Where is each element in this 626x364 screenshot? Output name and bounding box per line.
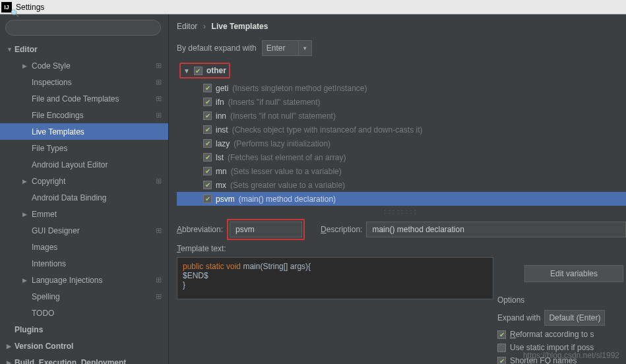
project-scope-icon: ⊞ (156, 226, 162, 235)
tree-root-version-control[interactable]: ▶Version Control (0, 338, 168, 354)
tree-header-editor[interactable]: ▼ Editor (0, 41, 168, 57)
template-abbr: ifn (216, 98, 224, 107)
project-scope-icon: ⊞ (156, 61, 162, 70)
expand-with-dropdown-button[interactable]: ▼ (299, 40, 312, 56)
sidebar-item-file-types[interactable]: File Types (0, 140, 168, 156)
breadcrumb-sep-icon: › (203, 22, 206, 31)
sidebar-item-intentions[interactable]: Intentions (0, 255, 168, 272)
template-abbr: lazy (216, 139, 230, 148)
reformat-label: Reformat according to s (510, 330, 594, 339)
template-item-lst[interactable]: ✔lst(Fetches last element of an array) (177, 150, 626, 164)
template-checkbox[interactable]: ✔ (203, 111, 212, 120)
sidebar-item-android-layout-editor[interactable]: Android Layout Editor (0, 156, 168, 173)
template-text-editor[interactable]: public static void main(String[] args){ … (177, 257, 493, 299)
template-item-geti[interactable]: ✔geti(Inserts singleton method getInstan… (177, 81, 626, 95)
project-scope-icon: ⊞ (156, 276, 162, 284)
template-abbr: psvm (216, 195, 235, 204)
expand-with-select[interactable]: Enter (262, 40, 299, 56)
sidebar-item-todo[interactable]: TODO (0, 305, 168, 321)
description-input[interactable] (366, 222, 626, 237)
chevron-right-icon: ▶ (22, 211, 27, 218)
static-import-checkbox[interactable]: ✔ (497, 344, 506, 352)
sidebar-item-android-data-binding[interactable]: Android Data Binding (0, 189, 168, 206)
template-abbr: geti (216, 84, 228, 93)
settings-content: Editor › Live Templates By default expan… (169, 15, 626, 364)
template-abbr: mn (216, 167, 227, 176)
template-checkbox[interactable]: ✔ (203, 195, 212, 203)
watermark: https://blog.csdn.net/sl1992 (523, 351, 619, 360)
sidebar-item-file-encodings[interactable]: File Encodings⊞ (0, 107, 168, 123)
template-desc: (Sets greater value to a variable) (230, 181, 345, 190)
sidebar-item-code-style[interactable]: ▶Code Style⊞ (0, 57, 168, 74)
template-abbr: mx (216, 181, 226, 190)
template-checkbox[interactable]: ✔ (203, 125, 212, 134)
project-scope-icon: ⊞ (156, 111, 162, 119)
sidebar-item-images[interactable]: Images (0, 239, 168, 255)
template-abbr: inn (216, 111, 226, 121)
abbreviation-input[interactable] (230, 222, 302, 237)
template-group-other[interactable]: ▼ ✔ other (179, 63, 230, 78)
search-input[interactable] (5, 20, 161, 36)
reformat-checkbox[interactable]: ✔ (497, 330, 506, 339)
project-scope-icon: ⊞ (156, 292, 162, 301)
project-scope-icon: ⊞ (156, 94, 162, 103)
sidebar-item-spelling[interactable]: Spelling⊞ (0, 288, 168, 305)
template-item-mx[interactable]: ✔mx(Sets greater value to a variable) (177, 178, 626, 192)
template-desc: (Checks object type with instanceof and … (232, 125, 423, 135)
template-checkbox[interactable]: ✔ (203, 153, 212, 162)
settings-tree: ▼ Editor ▶Code Style⊞Inspections⊞File an… (0, 41, 168, 364)
chevron-right-icon: ▶ (7, 343, 11, 349)
sidebar-item-live-templates[interactable]: Live Templates (0, 123, 168, 140)
abbreviation-label: Abbreviation: (177, 225, 223, 234)
window-title: Settings (16, 3, 44, 12)
template-checkbox[interactable]: ✔ (203, 84, 212, 92)
template-desc: (Inserts singleton method getInstance) (232, 84, 367, 93)
template-abbr: inst (216, 125, 228, 135)
option-expand-select[interactable]: Default (Enter) (544, 310, 605, 326)
template-abbr: lst (216, 153, 224, 162)
resize-grip[interactable]: :::::::: (177, 208, 626, 215)
shorten-checkbox[interactable]: ✔ (497, 357, 506, 365)
template-text-label: Template text: (177, 244, 226, 253)
search-icon: 🔍 (11, 9, 20, 18)
template-group-list: ▼ ✔ other ✔geti(Inserts singleton method… (177, 63, 626, 206)
template-item-inn[interactable]: ✔inn(Inserts "if not null" statement) (177, 109, 626, 123)
options-title: Options (497, 295, 626, 305)
template-desc: (Fetches last element of an array) (228, 153, 346, 162)
template-desc: (main() method declaration) (239, 195, 336, 204)
edit-variables-button[interactable]: Edit variables (524, 265, 623, 282)
template-item-mn[interactable]: ✔mn(Sets lesser value to a variable) (177, 164, 626, 178)
sidebar-item-inspections[interactable]: Inspections⊞ (0, 74, 168, 90)
template-desc: (Inserts "if null" statement) (228, 98, 321, 107)
chevron-down-icon: ▼ (7, 46, 13, 53)
template-checkbox[interactable]: ✔ (203, 139, 212, 148)
template-item-lazy[interactable]: ✔lazy(Performs lazy initialization) (177, 136, 626, 150)
group-checkbox[interactable]: ✔ (194, 67, 203, 75)
template-checkbox[interactable]: ✔ (203, 98, 212, 106)
tree-root-build-execution-deployment[interactable]: ▶Build, Execution, Deployment (0, 354, 168, 364)
chevron-right-icon: ▶ (22, 178, 27, 185)
template-item-inst[interactable]: ✔inst(Checks object type with instanceof… (177, 123, 626, 136)
template-checkbox[interactable]: ✔ (203, 181, 212, 189)
sidebar-item-file-and-code-templates[interactable]: File and Code Templates⊞ (0, 90, 168, 107)
description-label: Description: (321, 225, 362, 234)
template-checkbox[interactable]: ✔ (203, 167, 212, 175)
chevron-right-icon: ▶ (7, 359, 11, 365)
template-desc: (Sets lesser value to a variable) (231, 167, 342, 176)
breadcrumb: Editor › Live Templates (177, 21, 626, 31)
sidebar-item-emmet[interactable]: ▶Emmet (0, 206, 168, 222)
expand-with-option-label: Expand with (497, 313, 540, 322)
chevron-right-icon: ▶ (22, 63, 27, 69)
template-desc: (Inserts "if not null" statement) (230, 111, 336, 121)
chevron-down-icon: ▼ (183, 67, 190, 75)
expand-with-label: By default expand with (177, 44, 257, 53)
template-desc: (Performs lazy initialization) (234, 139, 330, 148)
window-titlebar: IJ Settings (0, 0, 626, 15)
sidebar-item-gui-designer[interactable]: GUI Designer⊞ (0, 222, 168, 239)
sidebar-item-language-injections[interactable]: ▶Language Injections⊞ (0, 272, 168, 288)
template-item-psvm[interactable]: ✔psvm(main() method declaration) (177, 192, 626, 206)
project-scope-icon: ⊞ (156, 177, 162, 185)
sidebar-item-copyright[interactable]: ▶Copyright⊞ (0, 173, 168, 189)
tree-root-plugins[interactable]: Plugins (0, 321, 168, 338)
template-item-ifn[interactable]: ✔ifn(Inserts "if null" statement) (177, 95, 626, 109)
